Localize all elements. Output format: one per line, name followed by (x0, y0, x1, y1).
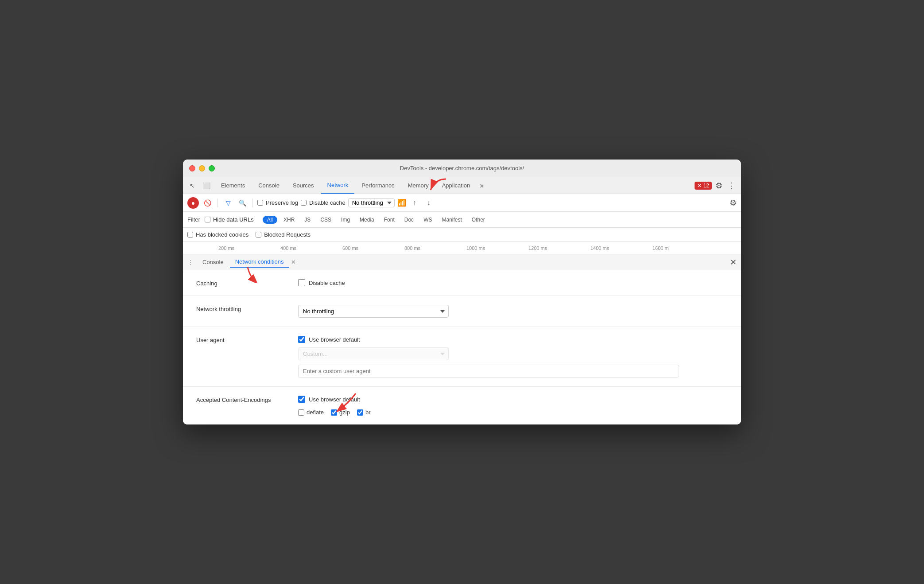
clear-button[interactable]: 🚫 (202, 197, 213, 209)
bottom-tab-console[interactable]: Console (197, 254, 229, 270)
filter-chip-font[interactable]: Font (380, 216, 398, 224)
more-options-icon[interactable]: ⋮ (726, 181, 738, 191)
tab-elements[interactable]: Elements (215, 177, 251, 194)
tick-400ms: 400 ms (280, 245, 296, 251)
tick-1600ms: 1600 m (652, 245, 669, 251)
devtools-window: DevTools - developer.chrome.com/tags/dev… (183, 160, 741, 424)
cursor-icon[interactable]: ↖ (186, 180, 198, 191)
filter-chip-css[interactable]: CSS (317, 216, 335, 224)
bottom-tab-bar: ⋮ Console Network conditions ✕ (183, 254, 741, 270)
network-conditions-content: Caching Disable cache Network throttling… (183, 270, 741, 424)
blocked-requests-checkbox[interactable] (256, 232, 261, 237)
disable-cache-nc-label: Disable cache (309, 280, 345, 286)
tab-network[interactable]: Network (321, 177, 355, 194)
filter-chip-xhr[interactable]: XHR (280, 216, 298, 224)
has-blocked-cookies-label[interactable]: Has blocked cookies (187, 231, 248, 238)
accepted-content-control: Use browser default deflate gzip (298, 396, 728, 416)
has-blocked-cookies-checkbox[interactable] (187, 232, 193, 237)
preserve-log-checkbox[interactable] (257, 200, 263, 206)
disable-cache-checkbox[interactable] (301, 200, 307, 206)
download-button[interactable]: ↓ (423, 197, 435, 209)
use-browser-default2-label: Use browser default (309, 396, 360, 403)
window-title: DevTools - developer.chrome.com/tags/dev… (400, 165, 524, 171)
close-bottom-panel-icon[interactable]: ✕ (730, 257, 737, 267)
user-agent-label: User agent (196, 336, 285, 343)
error-badge[interactable]: ✕ 12 (695, 182, 712, 190)
toolbar-settings-icon[interactable]: ⚙ (730, 198, 737, 208)
tick-800ms: 800 ms (404, 245, 420, 251)
timeline-bar: 200 ms 400 ms 600 ms 800 ms 1000 ms 1200… (183, 242, 741, 254)
blocked-filter-bar: Has blocked cookies Blocked Requests (183, 228, 741, 242)
gzip-label: gzip (339, 409, 350, 416)
close-tab-icon[interactable]: ✕ (291, 259, 296, 265)
deflate-label: deflate (307, 409, 324, 416)
filter-chips: All XHR JS CSS Img Media Font Doc WS Man… (263, 216, 489, 224)
tab-application[interactable]: Application (436, 177, 477, 194)
error-x-icon: ✕ (697, 183, 702, 189)
record-button[interactable]: ● (187, 197, 199, 209)
device-icon[interactable]: ⬜ (201, 180, 212, 191)
br-checkbox[interactable] (357, 409, 363, 416)
br-label: br (365, 409, 371, 416)
network-throttling-label: Network throttling (196, 305, 285, 312)
blocked-requests-label[interactable]: Blocked Requests (256, 231, 311, 238)
tick-1200ms: 1200 ms (528, 245, 547, 251)
maximize-button[interactable] (209, 165, 215, 171)
caching-control: Disable cache (298, 279, 728, 286)
drag-handle-icon[interactable]: ⋮ (187, 259, 194, 266)
more-tabs-button[interactable]: » (477, 182, 486, 190)
throttle-select[interactable]: No throttling (348, 198, 395, 207)
hide-data-urls-checkbox[interactable] (205, 217, 210, 222)
preserve-log-label[interactable]: Preserve log (257, 199, 298, 206)
filter-chip-other[interactable]: Other (468, 216, 489, 224)
tab-sources[interactable]: Sources (287, 177, 320, 194)
hide-data-urls-label[interactable]: Hide data URLs (205, 216, 254, 223)
separator-1 (217, 199, 218, 207)
title-bar: DevTools - developer.chrome.com/tags/dev… (183, 160, 741, 177)
disable-cache-label[interactable]: Disable cache (301, 199, 346, 206)
filter-button[interactable]: ▽ (222, 197, 234, 209)
custom-user-agent-select: Custom... (298, 347, 449, 360)
accepted-content-encodings-row: Accepted Content-Encodings Use browser d… (183, 387, 741, 424)
main-tab-bar: ↖ ⬜ Elements Console Sources Network Per… (183, 177, 741, 194)
caching-row: Caching Disable cache (183, 270, 741, 296)
wifi-settings-icon[interactable]: 📶 (397, 199, 406, 207)
search-button[interactable]: 🔍 (237, 197, 248, 209)
filter-chip-media[interactable]: Media (356, 216, 378, 224)
caching-label: Caching (196, 279, 285, 287)
filter-chip-img[interactable]: Img (338, 216, 353, 224)
tab-performance[interactable]: Performance (355, 177, 400, 194)
tab-console[interactable]: Console (252, 177, 286, 194)
use-browser-default-checkbox[interactable] (298, 336, 305, 343)
tick-1000ms: 1000 ms (466, 245, 485, 251)
deflate-checkbox[interactable] (298, 409, 304, 416)
upload-button[interactable]: ↑ (409, 197, 420, 209)
tick-600ms: 600 ms (342, 245, 358, 251)
use-browser-default2-checkbox[interactable] (298, 396, 305, 403)
network-toolbar: ● 🚫 ▽ 🔍 Preserve log Disable cache No th… (183, 194, 741, 212)
close-button[interactable] (189, 165, 195, 171)
gzip-checkbox[interactable] (331, 409, 337, 416)
network-throttling-row: Network throttling No throttling Fast 3G… (183, 296, 741, 327)
filter-label: Filter (187, 216, 200, 223)
settings-gear-icon[interactable]: ⚙ (713, 181, 725, 191)
throttling-control: No throttling Fast 3G Slow 3G Offline Cu… (298, 305, 728, 318)
tick-200ms: 200 ms (218, 245, 234, 251)
filter-chip-manifest[interactable]: Manifest (438, 216, 465, 224)
use-browser-default-label: Use browser default (309, 336, 360, 343)
encoding-checkboxes: deflate gzip br (298, 409, 728, 416)
bottom-panel: ⋮ Console Network conditions ✕ (183, 254, 741, 424)
filter-chip-ws[interactable]: WS (420, 216, 435, 224)
tab-memory[interactable]: Memory (402, 180, 435, 191)
filter-chip-doc[interactable]: Doc (401, 216, 417, 224)
tick-1400ms: 1400 ms (590, 245, 609, 251)
minimize-button[interactable] (199, 165, 205, 171)
custom-user-agent-input[interactable] (298, 365, 679, 378)
bottom-tab-network-conditions[interactable]: Network conditions (230, 257, 289, 268)
accepted-content-encodings-label: Accepted Content-Encodings (196, 396, 285, 403)
nc-throttle-select[interactable]: No throttling Fast 3G Slow 3G Offline Cu… (298, 305, 449, 318)
filter-chip-js[interactable]: JS (301, 216, 314, 224)
user-agent-control: Use browser default Custom... (298, 336, 728, 378)
disable-cache-nc-checkbox[interactable] (298, 279, 305, 286)
filter-chip-all[interactable]: All (263, 216, 277, 224)
